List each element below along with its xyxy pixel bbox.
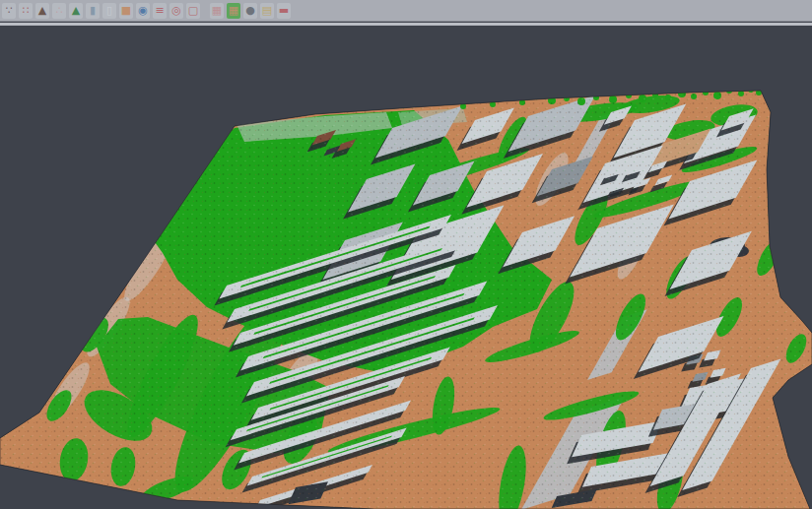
terrain-mound-icon[interactable]: ▲	[35, 3, 49, 19]
ortho-surface-icon[interactable]: ■	[119, 3, 133, 19]
selection-box-icon[interactable]: ▢	[186, 3, 200, 19]
viewport-3d-view[interactable]	[0, 26, 812, 509]
grid-icon[interactable]: ▦	[210, 3, 224, 19]
flag-icon[interactable]: ▬	[277, 3, 291, 19]
histogram-icon[interactable]: ▤	[260, 3, 274, 19]
sphere-icon[interactable]: ●	[243, 3, 257, 19]
main-toolbar: ∵∷▲∴▲▮▯■◉≡◎▢▦▦●▤▬	[0, 0, 812, 22]
panel-icon[interactable]: ▮	[86, 3, 100, 19]
point-cloud-icon[interactable]: ∵	[2, 3, 16, 19]
list-lines-icon[interactable]: ≡	[153, 3, 167, 19]
vegetation-mound-icon[interactable]: ▲	[69, 3, 83, 19]
sparse-points-icon[interactable]: ∴	[52, 3, 66, 19]
toolbar-separator	[203, 3, 210, 19]
frame-icon[interactable]: ▯	[102, 3, 116, 19]
ring-icon[interactable]: ◎	[169, 3, 183, 19]
scatter-points-icon[interactable]: ∷	[19, 3, 33, 19]
classification-icon[interactable]: ▦	[227, 3, 240, 19]
globe-icon[interactable]: ◉	[136, 3, 150, 19]
viewport-3d[interactable]	[0, 26, 812, 509]
app-window: ∵∷▲∴▲▮▯■◉≡◎▢▦▦●▤▬	[0, 0, 812, 509]
